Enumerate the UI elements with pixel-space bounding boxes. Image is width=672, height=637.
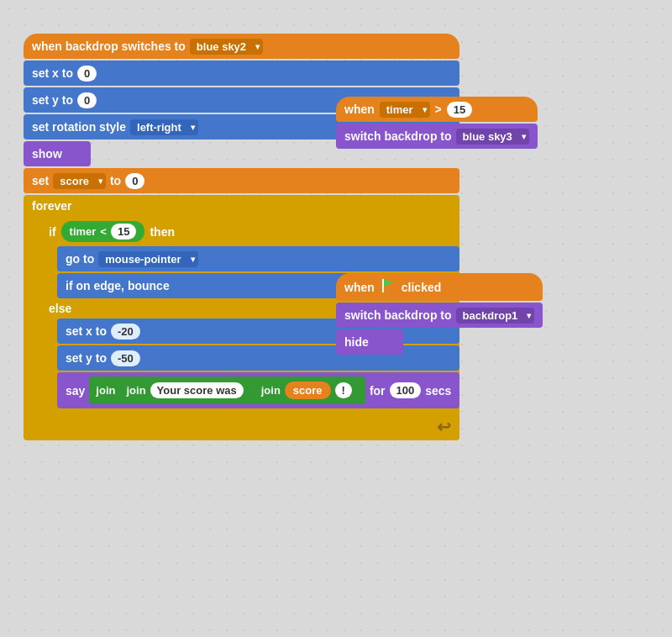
when-backdrop-label: when backdrop switches to	[32, 39, 186, 53]
if-else-bottom	[40, 408, 459, 415]
set-x2-value[interactable]: -20	[111, 324, 140, 340]
right-bottom-stack: when clicked switch backdrop to backdrop…	[336, 273, 543, 355]
inner-join[interactable]: join Your score was	[119, 380, 249, 401]
set-label: set	[32, 174, 49, 187]
when-flag-label: when	[344, 281, 375, 294]
left-stack: when backdrop switches to blue sky2 set …	[24, 34, 459, 440]
timer-gt-value[interactable]: 15	[447, 102, 472, 118]
switch-backdrop2-block[interactable]: switch backdrop to backdrop1	[336, 303, 543, 328]
join3-label: join	[261, 384, 281, 397]
switch-backdrop-block[interactable]: switch backdrop to blue sky3	[336, 124, 538, 149]
secs-label: secs	[425, 384, 451, 397]
go-to-label: go to	[66, 252, 94, 266]
timer-dropdown[interactable]: timer	[380, 102, 430, 118]
score-var-dropdown[interactable]: score	[53, 173, 106, 189]
switch2-label: switch backdrop to	[344, 308, 452, 322]
backdrop-dropdown[interactable]: blue sky3	[456, 129, 529, 145]
say-block[interactable]: say join join Your score was join	[57, 372, 459, 408]
score-value[interactable]: 0	[125, 173, 144, 189]
backdrop2-dropdown[interactable]: backdrop1	[456, 308, 535, 324]
right-top-stack: when timer > 15 switch backdrop to blue …	[336, 97, 538, 149]
hide-label: hide	[344, 335, 369, 349]
gt-symbol: >	[435, 103, 442, 116]
if-edge-label: if on edge, bounce	[66, 279, 170, 292]
timer-threshold[interactable]: 15	[111, 224, 136, 240]
svg-marker-1	[384, 279, 393, 287]
show-label: show	[32, 147, 62, 161]
lt-symbol: <	[100, 225, 107, 238]
then-label: then	[150, 225, 175, 239]
to-label: to	[110, 174, 121, 187]
score-join[interactable]: join score !	[255, 379, 359, 402]
when-label: when	[344, 103, 375, 116]
outer-join[interactable]: join join Your score was join score	[89, 376, 365, 404]
exclaim-value[interactable]: !	[335, 382, 352, 398]
hide-block[interactable]: hide	[336, 329, 403, 355]
when-backdrop-hat[interactable]: when backdrop switches to blue sky2	[24, 34, 459, 59]
score-var-label: score	[293, 384, 323, 397]
set-y-value[interactable]: 0	[77, 92, 97, 108]
hat-backdrop-dropdown[interactable]: blue sky2	[190, 39, 263, 55]
timer-condition[interactable]: timer < 15	[61, 221, 145, 242]
for-label: for	[370, 384, 386, 397]
flag-icon	[380, 277, 396, 297]
join1-label: join	[96, 384, 115, 397]
score-oval[interactable]: score	[285, 382, 331, 399]
say-label: say	[66, 384, 85, 397]
switch-label: switch backdrop to	[344, 129, 452, 143]
set-y-label: set y to	[32, 93, 73, 107]
set-y2-label: set y to	[66, 351, 107, 365]
set-x2-label: set x to	[66, 324, 107, 338]
join2-label: join	[126, 384, 145, 397]
set-x-value[interactable]: 0	[77, 66, 97, 82]
your-score-text[interactable]: Your score was	[150, 382, 244, 398]
goto-dropdown[interactable]: mouse-pointer	[98, 251, 197, 267]
set-y2-value[interactable]: -50	[111, 350, 140, 366]
forever-arrow: ↩	[24, 415, 459, 440]
set-x-block[interactable]: set x to 0	[24, 61, 459, 86]
forever-label: forever	[24, 195, 459, 217]
set-x-label: set x to	[32, 66, 73, 80]
clicked-label: clicked	[402, 281, 441, 294]
if-label: if	[49, 225, 56, 239]
when-timer-hat[interactable]: when timer > 15	[336, 97, 538, 122]
show-block[interactable]: show	[24, 141, 91, 166]
if-header: if timer < 15 then	[40, 217, 183, 246]
timer-label: timer	[70, 225, 97, 238]
when-flag-hat[interactable]: when clicked	[336, 273, 543, 301]
set-rotation-label: set rotation style	[32, 120, 126, 134]
svg-rect-0	[382, 279, 384, 292]
secs-value[interactable]: 100	[390, 382, 422, 398]
go-to-block[interactable]: go to mouse-pointer	[57, 246, 459, 271]
set-score-block[interactable]: set score to 0	[24, 168, 459, 193]
rotation-dropdown[interactable]: left-right	[130, 119, 198, 135]
